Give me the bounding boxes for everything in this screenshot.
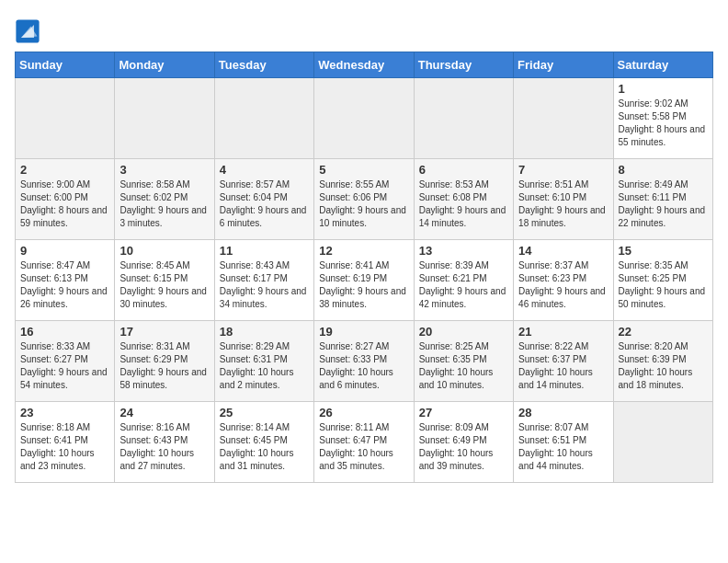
calendar-week-4: 16Sunrise: 8:33 AM Sunset: 6:27 PM Dayli… <box>16 321 713 402</box>
day-info: Sunrise: 8:27 AM Sunset: 6:33 PM Dayligh… <box>319 340 408 392</box>
calendar-cell: 15Sunrise: 8:35 AM Sunset: 6:25 PM Dayli… <box>613 240 712 321</box>
day-info: Sunrise: 8:41 AM Sunset: 6:19 PM Dayligh… <box>319 259 408 311</box>
day-info: Sunrise: 8:43 AM Sunset: 6:17 PM Dayligh… <box>220 259 309 311</box>
logo-icon <box>15 18 40 44</box>
calendar-cell: 9Sunrise: 8:47 AM Sunset: 6:13 PM Daylig… <box>16 240 115 321</box>
day-header-saturday: Saturday <box>613 52 712 78</box>
day-info: Sunrise: 8:33 AM Sunset: 6:27 PM Dayligh… <box>20 340 109 392</box>
day-number: 9 <box>20 244 109 258</box>
calendar-cell: 25Sunrise: 8:14 AM Sunset: 6:45 PM Dayli… <box>214 402 313 483</box>
day-header-sunday: Sunday <box>16 52 115 78</box>
day-info: Sunrise: 8:16 AM Sunset: 6:43 PM Dayligh… <box>119 421 209 473</box>
day-info: Sunrise: 8:58 AM Sunset: 6:02 PM Dayligh… <box>119 178 209 230</box>
day-info: Sunrise: 8:07 AM Sunset: 6:51 PM Dayligh… <box>518 421 608 473</box>
day-info: Sunrise: 8:53 AM Sunset: 6:08 PM Dayligh… <box>419 178 508 230</box>
day-info: Sunrise: 8:31 AM Sunset: 6:29 PM Dayligh… <box>119 340 209 392</box>
calendar-cell <box>514 78 613 159</box>
calendar-cell <box>115 78 214 159</box>
day-info: Sunrise: 9:02 AM Sunset: 5:58 PM Dayligh… <box>619 98 708 149</box>
day-number: 3 <box>119 163 209 177</box>
calendar-cell: 17Sunrise: 8:31 AM Sunset: 6:29 PM Dayli… <box>115 321 214 402</box>
calendar-cell: 1Sunrise: 9:02 AM Sunset: 5:58 PM Daylig… <box>613 78 712 159</box>
day-number: 11 <box>220 244 309 258</box>
calendar-cell: 13Sunrise: 8:39 AM Sunset: 6:21 PM Dayli… <box>414 240 513 321</box>
day-info: Sunrise: 8:25 AM Sunset: 6:35 PM Dayligh… <box>419 340 508 392</box>
calendar-cell: 6Sunrise: 8:53 AM Sunset: 6:08 PM Daylig… <box>414 159 513 240</box>
calendar-cell: 11Sunrise: 8:43 AM Sunset: 6:17 PM Dayli… <box>214 240 313 321</box>
calendar-cell <box>613 402 712 483</box>
calendar-cell: 7Sunrise: 8:51 AM Sunset: 6:10 PM Daylig… <box>514 159 613 240</box>
calendar-cell: 14Sunrise: 8:37 AM Sunset: 6:23 PM Dayli… <box>514 240 613 321</box>
day-number: 10 <box>119 244 209 258</box>
day-number: 28 <box>518 406 608 419</box>
day-info: Sunrise: 8:51 AM Sunset: 6:10 PM Dayligh… <box>518 178 608 230</box>
day-info: Sunrise: 8:47 AM Sunset: 6:13 PM Dayligh… <box>20 259 109 311</box>
day-info: Sunrise: 8:35 AM Sunset: 6:25 PM Dayligh… <box>619 259 708 311</box>
day-number: 25 <box>220 406 309 419</box>
day-number: 16 <box>20 325 109 339</box>
day-number: 12 <box>319 244 408 258</box>
day-info: Sunrise: 8:57 AM Sunset: 6:04 PM Dayligh… <box>220 178 309 230</box>
header <box>15 15 713 44</box>
calendar-cell: 12Sunrise: 8:41 AM Sunset: 6:19 PM Dayli… <box>314 240 414 321</box>
day-number: 26 <box>319 406 408 419</box>
day-info: Sunrise: 8:45 AM Sunset: 6:15 PM Dayligh… <box>119 259 209 311</box>
calendar-cell: 27Sunrise: 8:09 AM Sunset: 6:49 PM Dayli… <box>414 402 513 483</box>
day-header-thursday: Thursday <box>414 52 513 78</box>
calendar-cell: 20Sunrise: 8:25 AM Sunset: 6:35 PM Dayli… <box>414 321 513 402</box>
calendar-week-5: 23Sunrise: 8:18 AM Sunset: 6:41 PM Dayli… <box>16 402 713 483</box>
day-info: Sunrise: 8:18 AM Sunset: 6:41 PM Dayligh… <box>20 421 109 473</box>
calendar-cell: 2Sunrise: 9:00 AM Sunset: 6:00 PM Daylig… <box>16 159 115 240</box>
calendar-cell: 16Sunrise: 8:33 AM Sunset: 6:27 PM Dayli… <box>16 321 115 402</box>
day-number: 7 <box>518 163 608 177</box>
calendar-week-2: 2Sunrise: 9:00 AM Sunset: 6:00 PM Daylig… <box>16 159 713 240</box>
day-number: 4 <box>220 163 309 177</box>
day-info: Sunrise: 8:39 AM Sunset: 6:21 PM Dayligh… <box>419 259 508 311</box>
day-number: 22 <box>619 325 708 339</box>
calendar-cell: 23Sunrise: 8:18 AM Sunset: 6:41 PM Dayli… <box>16 402 115 483</box>
calendar-cell: 10Sunrise: 8:45 AM Sunset: 6:15 PM Dayli… <box>115 240 214 321</box>
day-info: Sunrise: 8:11 AM Sunset: 6:47 PM Dayligh… <box>319 421 408 473</box>
day-number: 13 <box>419 244 508 258</box>
calendar-cell: 5Sunrise: 8:55 AM Sunset: 6:06 PM Daylig… <box>314 159 414 240</box>
calendar-cell: 21Sunrise: 8:22 AM Sunset: 6:37 PM Dayli… <box>514 321 613 402</box>
day-number: 19 <box>319 325 408 339</box>
day-number: 2 <box>20 163 109 177</box>
day-header-tuesday: Tuesday <box>214 52 313 78</box>
day-number: 24 <box>119 406 209 419</box>
logo <box>15 18 42 44</box>
calendar-header: SundayMondayTuesdayWednesdayThursdayFrid… <box>16 52 713 78</box>
calendar-cell <box>414 78 513 159</box>
day-header-monday: Monday <box>115 52 214 78</box>
calendar-cell <box>214 78 313 159</box>
calendar-table: SundayMondayTuesdayWednesdayThursdayFrid… <box>15 52 713 483</box>
day-info: Sunrise: 8:29 AM Sunset: 6:31 PM Dayligh… <box>220 340 309 392</box>
day-info: Sunrise: 8:20 AM Sunset: 6:39 PM Dayligh… <box>619 340 708 392</box>
calendar-cell: 8Sunrise: 8:49 AM Sunset: 6:11 PM Daylig… <box>613 159 712 240</box>
day-number: 1 <box>619 82 708 96</box>
day-header-wednesday: Wednesday <box>314 52 414 78</box>
day-number: 23 <box>20 406 109 419</box>
day-info: Sunrise: 9:00 AM Sunset: 6:00 PM Dayligh… <box>20 178 109 230</box>
calendar-cell: 19Sunrise: 8:27 AM Sunset: 6:33 PM Dayli… <box>314 321 414 402</box>
day-number: 17 <box>119 325 209 339</box>
day-info: Sunrise: 8:49 AM Sunset: 6:11 PM Dayligh… <box>619 178 708 230</box>
day-info: Sunrise: 8:09 AM Sunset: 6:49 PM Dayligh… <box>419 421 508 473</box>
day-number: 21 <box>518 325 608 339</box>
calendar-cell: 22Sunrise: 8:20 AM Sunset: 6:39 PM Dayli… <box>613 321 712 402</box>
calendar-cell: 18Sunrise: 8:29 AM Sunset: 6:31 PM Dayli… <box>214 321 313 402</box>
calendar-week-3: 9Sunrise: 8:47 AM Sunset: 6:13 PM Daylig… <box>16 240 713 321</box>
day-info: Sunrise: 8:22 AM Sunset: 6:37 PM Dayligh… <box>518 340 608 392</box>
day-number: 18 <box>220 325 309 339</box>
day-number: 6 <box>419 163 508 177</box>
day-header-friday: Friday <box>514 52 613 78</box>
day-number: 8 <box>619 163 708 177</box>
calendar-cell: 3Sunrise: 8:58 AM Sunset: 6:02 PM Daylig… <box>115 159 214 240</box>
day-number: 20 <box>419 325 508 339</box>
calendar-cell: 26Sunrise: 8:11 AM Sunset: 6:47 PM Dayli… <box>314 402 414 483</box>
calendar-cell: 28Sunrise: 8:07 AM Sunset: 6:51 PM Dayli… <box>514 402 613 483</box>
day-info: Sunrise: 8:37 AM Sunset: 6:23 PM Dayligh… <box>518 259 608 311</box>
calendar-cell: 4Sunrise: 8:57 AM Sunset: 6:04 PM Daylig… <box>214 159 313 240</box>
day-number: 27 <box>419 406 508 419</box>
day-info: Sunrise: 8:14 AM Sunset: 6:45 PM Dayligh… <box>220 421 309 473</box>
